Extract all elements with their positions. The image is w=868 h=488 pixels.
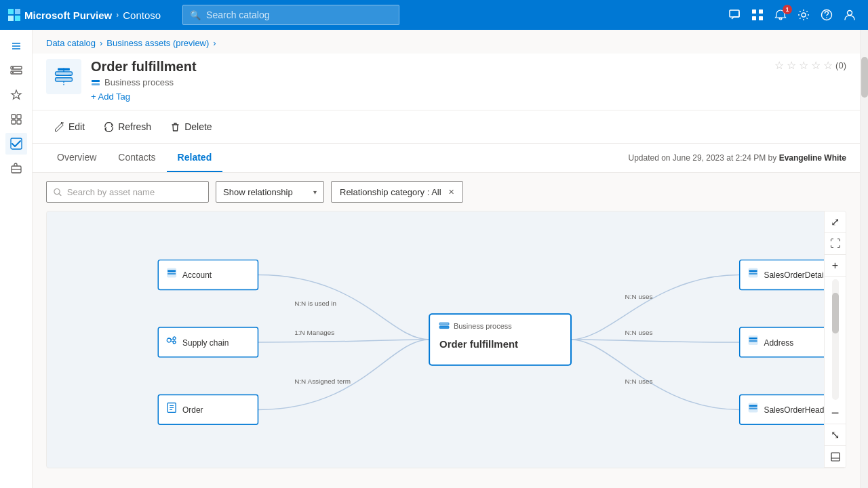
global-search[interactable]: 🔍 [182, 5, 399, 25]
breadcrumb-business-assets[interactable]: Business assets (preview) [106, 38, 209, 48]
sales-detail-edge-label: N:N uses [625, 293, 653, 300]
fit-diagram-button[interactable]: ⛶ [825, 233, 846, 255]
page-scroll-thumb[interactable] [861, 57, 868, 98]
asset-icon [46, 59, 81, 94]
tab-group: Overview Contacts Related [46, 144, 222, 172]
add-tag-label: + Add Tag [91, 92, 130, 102]
category-label: Relationship category : All [340, 187, 441, 197]
asset-type: Business process [91, 77, 774, 87]
panel-button[interactable] [825, 446, 846, 468]
main-layout: Data catalog › Business assets (preview)… [0, 30, 868, 488]
reset-diagram-button[interactable]: ⤡ [825, 424, 846, 446]
star-1[interactable]: ☆ [774, 59, 784, 72]
svg-rect-5 [752, 9, 756, 14]
svg-rect-4 [730, 10, 739, 17]
sales-order-header-label: SalesOrderHeader [764, 405, 831, 415]
sidebar-item-quality[interactable] [5, 133, 27, 155]
svg-rect-29 [92, 80, 100, 82]
edit-button[interactable]: Edit [46, 117, 93, 136]
svg-rect-56 [749, 403, 758, 413]
center-node-type: Business process [454, 322, 512, 330]
sidebar-expand[interactable] [5, 35, 27, 57]
star-4[interactable]: ☆ [811, 59, 821, 72]
delete-label: Delete [184, 121, 212, 132]
star-5[interactable]: ☆ [823, 59, 833, 72]
account-node-icon [167, 268, 176, 278]
account-edge-label: N:N is used in [294, 300, 336, 307]
delete-button[interactable]: Delete [162, 117, 220, 136]
notification-badge: 1 [783, 5, 792, 14]
svg-rect-57 [749, 405, 757, 406]
help-icon[interactable] [816, 6, 837, 24]
edit-label: Edit [68, 121, 85, 132]
sidebar-item-insights[interactable] [5, 84, 27, 106]
svg-rect-19 [12, 120, 16, 124]
sales-detail-node-icon [749, 268, 758, 278]
sidebar-item-briefcase[interactable] [5, 157, 27, 179]
star-2[interactable]: ☆ [787, 59, 796, 72]
relationship-category-filter[interactable]: Relationship category : All ✕ [331, 181, 463, 203]
top-nav: Microsoft Purview › Contoso 🔍 1 [0, 0, 868, 30]
svg-point-11 [826, 17, 827, 18]
svg-point-16 [12, 72, 13, 73]
category-close-icon[interactable]: ✕ [448, 188, 454, 197]
svg-rect-52 [749, 273, 757, 274]
notifications-icon[interactable]: 1 [770, 6, 791, 24]
order-node[interactable] [158, 395, 258, 425]
zoom-thumb[interactable] [832, 293, 839, 333]
feedback-icon[interactable] [724, 6, 745, 24]
tab-contacts[interactable]: Contacts [107, 144, 166, 172]
account-node-label: Account [182, 270, 212, 280]
panel-icon [831, 452, 840, 462]
show-relationship-dropdown[interactable]: Show relationship ▾ [216, 181, 324, 203]
asset-title: Order fulfillment [91, 59, 774, 75]
svg-rect-58 [749, 407, 757, 409]
breadcrumb-data-catalog[interactable]: Data catalog [46, 38, 96, 48]
svg-rect-51 [749, 270, 757, 272]
add-tag-button[interactable]: + Add Tag [91, 92, 774, 102]
svg-rect-30 [92, 83, 100, 85]
tab-overview[interactable]: Overview [46, 144, 107, 172]
svg-rect-35 [167, 270, 176, 272]
address-node-label: Address [764, 338, 794, 348]
svg-rect-20 [17, 120, 21, 124]
search-input[interactable] [206, 9, 392, 20]
svg-rect-28 [58, 68, 70, 71]
brand-arrow: › [116, 10, 119, 20]
apps-icon[interactable] [747, 6, 768, 24]
svg-rect-24 [56, 72, 73, 75]
sidebar-item-catalog[interactable] [5, 60, 27, 81]
svg-rect-54 [749, 338, 757, 339]
page-scrollbar[interactable] [860, 30, 868, 488]
svg-rect-47 [439, 326, 449, 328]
tab-related[interactable]: Related [167, 144, 223, 172]
asset-header: Order fulfillment Business process + Add… [33, 54, 860, 110]
center-node-title: Order fulfillment [439, 338, 518, 350]
svg-rect-2 [8, 16, 14, 21]
svg-rect-55 [749, 340, 757, 342]
refresh-button[interactable]: Refresh [96, 117, 159, 136]
order-node-label: Order [182, 405, 203, 415]
updated-text: Updated on June 29, 2023 at 2:24 PM by [628, 153, 776, 163]
chevron-down-icon: ▾ [313, 188, 317, 196]
zoom-in-button[interactable]: + [825, 255, 846, 277]
expand-diagram-button[interactable]: ⤢ [825, 211, 846, 233]
svg-rect-1 [15, 9, 20, 14]
asset-search-input[interactable] [67, 187, 201, 197]
profile-icon[interactable] [840, 6, 860, 24]
supply-chain-edge-label: 1:N Manages [294, 329, 334, 336]
zoom-out-button[interactable]: − [825, 403, 846, 424]
star-3[interactable]: ☆ [799, 59, 808, 72]
asset-search[interactable] [46, 181, 209, 203]
tabs: Overview Contacts Related Updated on Jun… [33, 144, 860, 173]
tenant-name: Contoso [123, 9, 161, 21]
supply-chain-node-label: Supply chain [182, 338, 229, 348]
svg-rect-6 [759, 9, 763, 14]
updated-by: Evangeline White [779, 153, 846, 163]
breadcrumb-sep-1: › [100, 38, 102, 48]
nav-icons: 1 [724, 6, 860, 24]
brand-logo[interactable]: Microsoft Purview › Contoso [8, 9, 161, 21]
asset-info: Order fulfillment Business process + Add… [91, 59, 774, 102]
settings-icon[interactable] [793, 6, 814, 24]
sidebar-item-management[interactable] [5, 108, 27, 130]
